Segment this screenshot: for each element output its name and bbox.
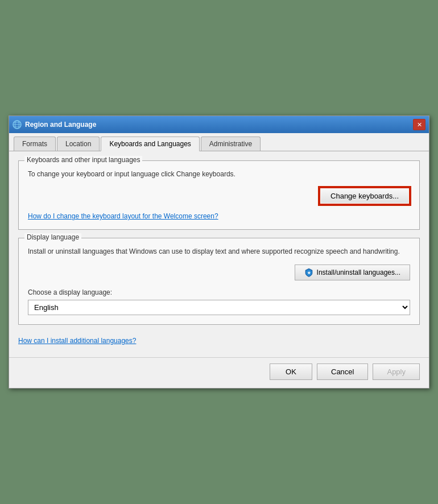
install-btn-label: Install/uninstall languages...	[317, 268, 400, 276]
tab-formats[interactable]: Formats	[14, 137, 56, 151]
display-language-description: Install or uninstall languages that Wind…	[28, 246, 410, 257]
install-uninstall-languages-button[interactable]: ★ Install/uninstall languages...	[295, 265, 410, 280]
display-language-group-label: Display language	[24, 233, 81, 241]
keyboards-group-box: Keyboards and other input languages To c…	[18, 160, 420, 230]
window-icon	[13, 120, 22, 129]
svg-text:★: ★	[307, 271, 311, 275]
shield-icon: ★	[304, 268, 313, 277]
title-bar: Region and Language ✕	[9, 116, 429, 133]
change-keyboards-button[interactable]: Change keyboards...	[319, 187, 410, 205]
tab-bar: Formats Location Keyboards and Languages…	[9, 133, 429, 151]
tab-administrative[interactable]: Administrative	[201, 137, 261, 151]
ok-button[interactable]: OK	[270, 363, 312, 380]
keyboard-layout-welcome-link[interactable]: How do I change the keyboard layout for …	[28, 212, 218, 220]
close-button[interactable]: ✕	[413, 119, 425, 130]
display-language-group-box: Display language Install or uninstall la…	[18, 238, 420, 325]
install-additional-languages-link[interactable]: How can I install additional languages?	[18, 337, 136, 345]
title-bar-left: Region and Language	[13, 120, 96, 129]
dialog-footer: OK Cancel Apply	[9, 357, 429, 388]
bottom-link-wrapper: How can I install additional languages?	[18, 333, 420, 348]
change-keyboards-btn-wrapper: Change keyboards...	[28, 187, 410, 205]
language-select[interactable]: English	[28, 300, 410, 315]
choose-display-language-label: Choose a display language:	[28, 288, 410, 296]
keyboards-group-label: Keyboards and other input languages	[24, 156, 142, 164]
tab-location[interactable]: Location	[57, 137, 100, 151]
cancel-button[interactable]: Cancel	[317, 363, 368, 380]
tab-keyboards-and-languages[interactable]: Keyboards and Languages	[101, 137, 199, 151]
keyboards-description: To change your keyboard or input languag…	[28, 169, 410, 179]
window-title: Region and Language	[25, 121, 96, 129]
tab-content: Keyboards and other input languages To c…	[9, 151, 429, 357]
install-btn-row: ★ Install/uninstall languages...	[28, 265, 410, 280]
region-language-window: Region and Language ✕ Formats Location K…	[9, 115, 429, 389]
apply-button[interactable]: Apply	[373, 363, 420, 380]
